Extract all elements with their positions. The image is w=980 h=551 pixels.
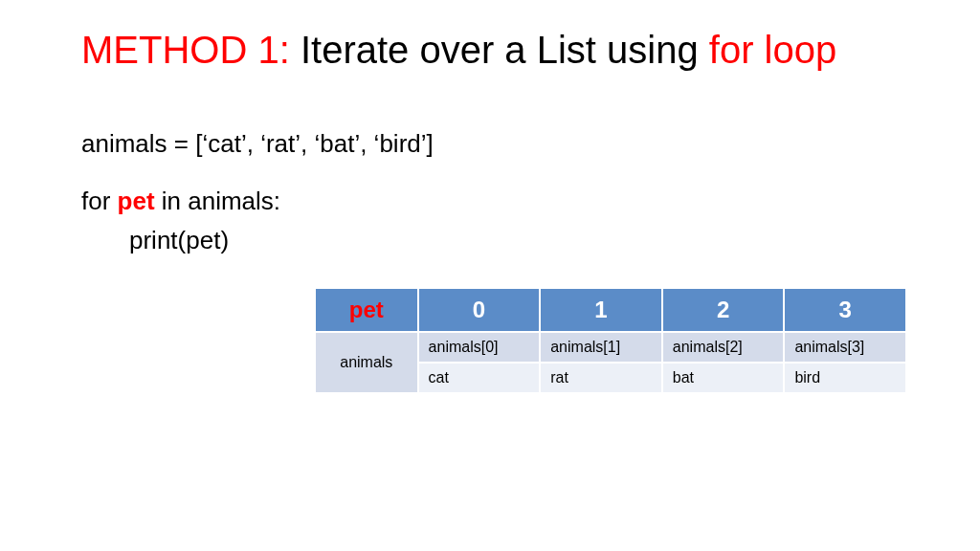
header-index-1: 1 — [540, 288, 662, 332]
table-header-row: pet 0 1 2 3 — [315, 288, 906, 332]
row-label-animals: animals — [315, 332, 418, 393]
ref-cell-1: animals[1] — [540, 332, 662, 363]
code-line-for: for pet in animals: — [81, 182, 434, 222]
header-pet: pet — [315, 288, 418, 332]
title-part2: Iterate over a List using — [290, 29, 709, 71]
iteration-table: pet 0 1 2 3 animals animals[0] animals[1… — [314, 287, 907, 394]
val-cell-2: bat — [662, 363, 785, 393]
code-line-print: print(pet) — [81, 221, 434, 261]
loop-variable: pet — [118, 187, 155, 215]
val-cell-1: rat — [540, 363, 662, 393]
ref-cell-3: animals[3] — [784, 332, 906, 363]
code-block: animals = [‘cat’, ‘rat’, ‘bat’, ‘bird’] … — [81, 124, 434, 261]
ref-cell-2: animals[2] — [662, 332, 785, 363]
title-part3: for loop — [709, 29, 836, 71]
header-index-2: 2 — [662, 288, 785, 332]
table-ref-row: animals animals[0] animals[1] animals[2]… — [315, 332, 906, 363]
title-part1: METHOD 1: — [81, 29, 290, 71]
for-keyword: for — [81, 187, 118, 215]
ref-cell-0: animals[0] — [418, 332, 541, 363]
code-line-assignment: animals = [‘cat’, ‘rat’, ‘bat’, ‘bird’] — [81, 124, 434, 165]
header-index-0: 0 — [418, 288, 541, 332]
val-cell-0: cat — [418, 363, 541, 393]
in-clause: in animals: — [155, 187, 281, 215]
header-index-3: 3 — [784, 288, 906, 332]
val-cell-3: bird — [784, 363, 906, 393]
slide-title: METHOD 1: Iterate over a List using for … — [81, 29, 836, 72]
